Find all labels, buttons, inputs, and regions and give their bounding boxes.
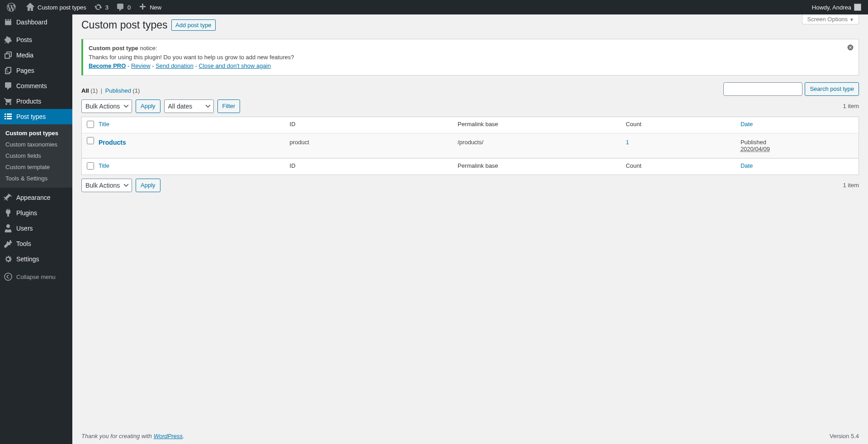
menu-appearance[interactable]: Appearance — [0, 190, 72, 196]
col-date[interactable]: Date — [741, 121, 753, 128]
pin-icon — [4, 35, 13, 44]
select-all-top[interactable] — [87, 121, 94, 128]
col-id: ID — [285, 117, 453, 133]
table-row: Products product /products/ 1 Published … — [82, 133, 859, 158]
notice: Custom post type notice: Thanks for usin… — [81, 39, 859, 76]
filter-published-count: (1) — [133, 87, 140, 94]
menu-posts-label: Posts — [16, 36, 32, 43]
site-name-text: Custom post types — [38, 4, 86, 11]
col-count-foot: Count — [621, 158, 736, 175]
tablenav-top: Bulk Actions Apply All dates Filter 1 it… — [81, 99, 859, 113]
filter-all[interactable]: All — [81, 87, 89, 94]
submenu-post-types: Custom post types Custom taxonomies Cust… — [0, 124, 72, 188]
comments-icon — [4, 81, 13, 90]
notice-body: Thanks for using this plugin! Do you wan… — [89, 53, 853, 62]
comments[interactable]: 0 — [112, 0, 134, 14]
menu-products[interactable]: Products — [0, 94, 72, 109]
col-permalink: Permalink base — [453, 117, 621, 133]
new-label: New — [150, 4, 161, 11]
item-count-top: 1 item — [843, 103, 859, 109]
search-box: Search post type — [723, 82, 859, 96]
row-id: product — [285, 133, 453, 158]
search-button[interactable]: Search post type — [805, 82, 859, 96]
notice-suffix: notice: — [138, 45, 157, 52]
submenu-custom-fields[interactable]: Custom fields — [0, 150, 72, 161]
update-icon — [94, 3, 103, 12]
submenu-tools-settings[interactable]: Tools & Settings — [0, 173, 72, 184]
menu-appearance-label: Appearance — [16, 194, 51, 196]
menu-comments[interactable]: Comments — [0, 78, 72, 94]
row-title[interactable]: Products — [99, 139, 126, 146]
item-count-bottom: 1 item — [843, 182, 859, 189]
post-types-icon — [4, 112, 13, 121]
appearance-icon — [4, 193, 13, 196]
site-name[interactable]: Custom post types — [22, 0, 90, 14]
submenu-custom-template[interactable]: Custom template — [0, 161, 72, 173]
menu-media-label: Media — [16, 52, 33, 59]
col-date-foot[interactable]: Date — [741, 162, 753, 169]
chevron-down-icon: ▼ — [849, 17, 854, 22]
menu-post-types[interactable]: Post types — [0, 109, 72, 124]
admin-bar: Custom post types 3 0 New Howdy, Andrea — [0, 0, 868, 14]
post-types-table: Title ID Permalink base Count Date Produ… — [81, 117, 859, 175]
close-icon — [847, 44, 854, 51]
notice-link-review[interactable]: Review — [131, 62, 151, 69]
notice-link-close[interactable]: Close and don't show again — [199, 62, 271, 69]
home-icon — [26, 3, 35, 12]
menu-dashboard[interactable]: Dashboard — [0, 14, 72, 30]
menu-pages-label: Pages — [16, 67, 34, 74]
comment-icon — [116, 3, 125, 12]
view-filters: All (1) | Published (1) — [81, 87, 140, 94]
row-count[interactable]: 1 — [626, 139, 629, 146]
menu-products-label: Products — [16, 98, 41, 105]
add-post-type-button[interactable]: Add post type — [171, 19, 216, 31]
submenu-custom-taxonomies[interactable]: Custom taxonomies — [0, 139, 72, 150]
filter-published[interactable]: Published — [105, 87, 131, 94]
bulk-actions-select-top[interactable]: Bulk Actions — [81, 99, 132, 113]
avatar — [854, 4, 861, 11]
page-title: Custom post types — [81, 19, 167, 31]
greeting: Howdy, Andrea — [812, 4, 851, 11]
media-icon — [4, 51, 13, 60]
comments-count: 0 — [127, 4, 131, 11]
bulk-actions-select-bottom[interactable]: Bulk Actions — [81, 179, 132, 192]
filter-all-count: (1) — [90, 87, 98, 94]
menu-comments-label: Comments — [16, 82, 47, 90]
updates[interactable]: 3 — [90, 0, 112, 14]
apply-button-top[interactable]: Apply — [136, 99, 160, 113]
col-title-foot[interactable]: Title — [99, 162, 109, 169]
cart-icon — [4, 97, 13, 106]
menu-posts[interactable]: Posts — [0, 32, 72, 47]
my-account[interactable]: Howdy, Andrea — [808, 0, 865, 14]
tablenav-bottom: Bulk Actions Apply 1 item — [81, 179, 859, 192]
dashboard-icon — [4, 18, 13, 27]
menu-pages[interactable]: Pages — [0, 63, 72, 78]
select-all-bottom[interactable] — [87, 162, 94, 170]
menu-media[interactable]: Media — [0, 47, 72, 63]
wordpress-icon — [7, 3, 16, 12]
row-date-status: Published — [741, 139, 854, 146]
notice-strong: Custom post type — [89, 45, 138, 52]
screen-options-toggle[interactable]: Screen Options▼ — [802, 14, 859, 24]
search-input[interactable] — [723, 82, 802, 96]
menu-post-types-label: Post types — [16, 113, 46, 120]
col-title[interactable]: Title — [99, 121, 109, 128]
date-filter-select[interactable]: All dates — [164, 99, 214, 113]
updates-count: 3 — [105, 4, 108, 11]
new-content[interactable]: New — [134, 0, 165, 14]
page-icon — [4, 66, 13, 75]
admin-menu: Dashboard Posts Media Pages Comments Pro… — [0, 14, 72, 196]
row-select[interactable] — [87, 137, 94, 144]
col-count: Count — [621, 117, 736, 133]
submenu-custom-post-types[interactable]: Custom post types — [0, 128, 72, 139]
notice-link-pro[interactable]: Become PRO — [89, 62, 126, 69]
filter-button[interactable]: Filter — [217, 99, 241, 113]
notice-dismiss[interactable] — [846, 43, 855, 52]
col-permalink-foot: Permalink base — [453, 158, 621, 175]
notice-link-donate[interactable]: Send donation — [156, 62, 193, 69]
apply-button-bottom[interactable]: Apply — [136, 179, 160, 192]
plus-icon — [138, 3, 147, 12]
col-id-foot: ID — [285, 158, 453, 175]
wordpress-logo[interactable] — [3, 0, 22, 14]
main-content: Screen Options▼ Custom post types Add po… — [72, 14, 868, 192]
